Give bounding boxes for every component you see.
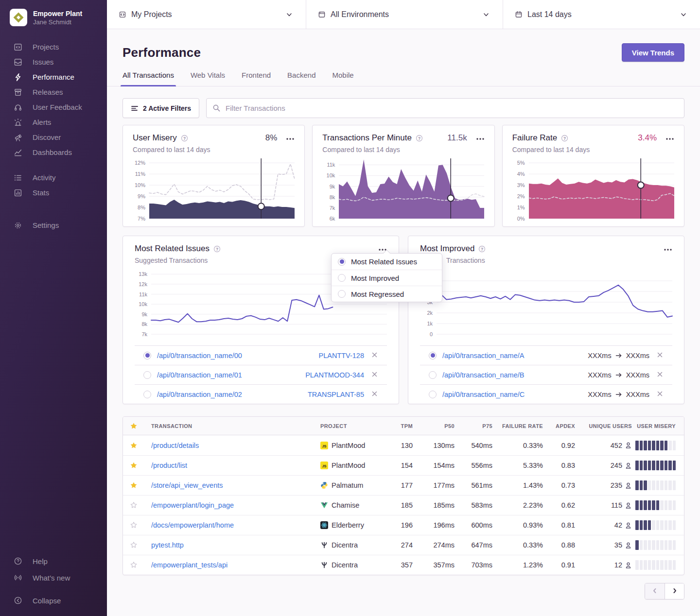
- last-14-days-dropdown[interactable]: Last 14 days: [503, 0, 700, 29]
- tab-all-transactions[interactable]: All Transactions: [122, 71, 174, 86]
- sidebar-item-releases[interactable]: Releases: [0, 85, 107, 100]
- card-menu-button[interactable]: [471, 134, 485, 143]
- menu-item-most-improved[interactable]: Most Improved: [332, 270, 442, 286]
- transaction-link[interactable]: /product/list: [151, 462, 309, 469]
- column-header-unique-users[interactable]: UNIQUE USERS: [589, 423, 632, 429]
- star-toggle[interactable]: [130, 462, 151, 469]
- column-header-failure-rate[interactable]: FAILURE RATE: [502, 423, 543, 429]
- star-toggle[interactable]: [130, 521, 151, 529]
- transaction-link[interactable]: /product/details: [151, 442, 309, 449]
- star-toggle[interactable]: [130, 481, 151, 489]
- question-icon[interactable]: ?: [416, 135, 423, 142]
- menu-item-most-related-issues[interactable]: Most Related Issues: [332, 254, 442, 270]
- user-misery-bars: [635, 540, 676, 550]
- dismiss-button[interactable]: [655, 350, 665, 361]
- sidebar-item-projects[interactable]: Projects: [0, 39, 107, 54]
- dismiss-button[interactable]: [370, 350, 379, 361]
- column-header-transaction[interactable]: TRANSACTION: [151, 423, 309, 429]
- sidebar-nav-footer: Help What’s new: [0, 553, 107, 586]
- radio-button[interactable]: [143, 371, 151, 379]
- sidebar-item-alerts[interactable]: Alerts: [0, 115, 107, 130]
- radio-button[interactable]: [429, 352, 437, 359]
- transaction-link[interactable]: /empowerplant_tests/api: [151, 561, 309, 569]
- star-toggle[interactable]: [130, 561, 151, 569]
- cell-unique-users: 235: [611, 481, 632, 489]
- column-header-project[interactable]: PROJECT: [309, 423, 382, 429]
- sidebar-item-discover[interactable]: Discover: [0, 130, 107, 145]
- tab-frontend[interactable]: Frontend: [242, 71, 271, 86]
- transaction-link[interactable]: /api/0/transaction_name/C: [442, 391, 525, 398]
- transaction-link[interactable]: /api/0/transaction_name/B: [442, 371, 524, 379]
- all-environments-dropdown[interactable]: All Environments: [306, 0, 503, 29]
- sidebar-item-activity[interactable]: Activity: [0, 170, 107, 185]
- dismiss-button[interactable]: [655, 389, 665, 400]
- radio-button[interactable]: [429, 371, 437, 379]
- question-icon[interactable]: ?: [561, 135, 568, 142]
- tab-web-vitals[interactable]: Web Vitals: [191, 71, 225, 86]
- dismiss-button[interactable]: [370, 389, 379, 400]
- card-menu-button[interactable]: [281, 134, 295, 143]
- tab-backend[interactable]: Backend: [287, 71, 315, 86]
- card-menu-button[interactable]: [661, 134, 674, 143]
- cell-failure_rate: 2.23%: [523, 501, 543, 509]
- sidebar-item-help[interactable]: Help: [0, 553, 107, 569]
- sidebar-item-issues[interactable]: Issues: [0, 54, 107, 69]
- chevron-right-icon: [671, 587, 678, 596]
- cell-tpm: 130: [401, 442, 413, 449]
- sidebar-item-performance[interactable]: Performance: [0, 69, 107, 85]
- menu-item-most-regressed[interactable]: Most Regressed: [332, 286, 442, 302]
- column-header-apdex[interactable]: APDEX: [556, 423, 575, 429]
- cell-apdex: 0.91: [561, 561, 575, 569]
- column-header-tpm[interactable]: TPM: [401, 423, 413, 429]
- transaction-link[interactable]: /api/0/transaction_name/00: [157, 352, 242, 359]
- sidebar-item-user-feedback[interactable]: User Feedback: [0, 100, 107, 115]
- improved-transaction-row: /api/0/transaction_name/B XXXmsXXXms: [420, 365, 672, 384]
- calendar-icon: [515, 11, 523, 18]
- sidebar-item-collapse[interactable]: Collapse: [0, 592, 107, 609]
- dismiss-button[interactable]: [655, 370, 665, 380]
- y-axis-label: 10%: [135, 182, 145, 188]
- radio-button[interactable]: [143, 352, 151, 359]
- column-header-p50[interactable]: P50: [444, 423, 455, 429]
- transaction-link[interactable]: /api/0/transaction_name/01: [157, 371, 242, 379]
- transaction-link[interactable]: /store/api_view_events: [151, 481, 309, 489]
- radio-button[interactable]: [143, 391, 151, 398]
- sidebar-item-settings[interactable]: Settings: [0, 218, 107, 233]
- alerts-icon: [14, 118, 22, 127]
- view-trends-button[interactable]: View Trends: [622, 43, 684, 62]
- star-toggle[interactable]: [130, 442, 151, 449]
- transaction-link[interactable]: /empowerplant/login_page: [151, 501, 309, 509]
- column-header-p75[interactable]: P75: [482, 423, 492, 429]
- prev-page-button[interactable]: [645, 583, 665, 599]
- star-filled-icon: [130, 481, 138, 489]
- transaction-link[interactable]: /api/0/transaction_name/02: [157, 391, 242, 398]
- search-input[interactable]: [206, 98, 684, 118]
- related-issue-row: /api/0/transaction_name/00 PLANTTV-128: [135, 345, 387, 365]
- issue-link[interactable]: PLANTTV-128: [319, 352, 365, 359]
- sidebar-item-dashboards[interactable]: Dashboards: [0, 145, 107, 160]
- dismiss-button[interactable]: [370, 370, 379, 380]
- org-switcher[interactable]: Empower Plant Jane Schmidt: [0, 9, 107, 26]
- card-menu-button[interactable]: [659, 244, 672, 254]
- star-toggle[interactable]: [130, 541, 151, 549]
- question-icon[interactable]: ?: [213, 245, 221, 253]
- star-toggle[interactable]: [130, 501, 151, 509]
- issue-link[interactable]: PLANTMOOD-344: [305, 371, 364, 379]
- question-icon[interactable]: ?: [478, 245, 486, 253]
- active-filters-button[interactable]: 2 Active Filters: [122, 98, 199, 118]
- menu-item-label: Most Regressed: [351, 290, 404, 298]
- question-icon[interactable]: ?: [181, 135, 188, 142]
- dropdown-value: All Environments: [331, 10, 477, 19]
- sidebar-item-stats[interactable]: Stats: [0, 185, 107, 200]
- transaction-link[interactable]: /docs/empowerplant/home: [151, 521, 309, 529]
- sidebar-item-what-s-new[interactable]: What’s new: [0, 569, 107, 586]
- transaction-link[interactable]: /api/0/transaction_name/A: [442, 352, 524, 359]
- tab-mobile[interactable]: Mobile: [332, 71, 353, 86]
- transaction-link[interactable]: pytest.http: [151, 541, 309, 549]
- user-icon: [625, 462, 632, 469]
- radio-button[interactable]: [429, 391, 437, 398]
- my-projects-dropdown[interactable]: My Projects: [107, 0, 306, 29]
- next-page-button[interactable]: [665, 583, 684, 599]
- column-header-user-misery[interactable]: USER MISERY: [637, 423, 676, 429]
- issue-link[interactable]: TRANSPLANT-85: [308, 391, 364, 398]
